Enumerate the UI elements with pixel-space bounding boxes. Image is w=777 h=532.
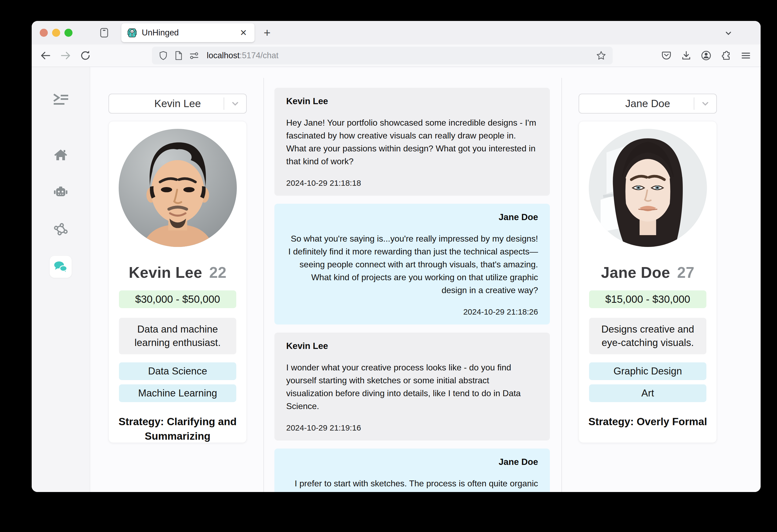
tab-bar: UnHinged ✕ + (32, 21, 761, 44)
message-timestamp: 2024-10-29 21:18:18 (286, 178, 538, 187)
app-sidebar (32, 67, 90, 492)
favicon-robot-icon (127, 28, 137, 37)
message-timestamp: 2024-10-29 21:18:26 (286, 307, 538, 316)
right-profile-photo (589, 129, 707, 247)
minimize-window-button[interactable] (52, 29, 60, 37)
back-button[interactable] (39, 48, 52, 62)
left-profile-card: Kevin Lee22 $30,000 - $50,000 Data and m… (108, 121, 247, 443)
pocket-icon[interactable] (661, 50, 672, 61)
left-profile-photo (119, 129, 237, 247)
right-profile-panel: Jane Doe (562, 67, 761, 492)
url-text[interactable]: localhost:5174/chat (207, 51, 596, 60)
profile-age: 22 (209, 264, 226, 281)
message-text: I prefer to start with sketches. The pro… (286, 477, 538, 492)
browser-tab[interactable]: UnHinged ✕ (121, 23, 254, 42)
message-text: So what you're saying is...you're really… (286, 232, 538, 297)
forward-button[interactable] (59, 48, 73, 62)
left-profile-panel: Kevin Lee (90, 67, 263, 492)
extensions-puzzle-icon[interactable] (720, 50, 732, 61)
url-bar[interactable]: localhost:5174/chat (152, 47, 613, 64)
profile-name: Jane Doe (601, 264, 670, 281)
download-icon[interactable] (681, 50, 692, 61)
right-profile-card: Jane Doe27 $15,000 - $30,000 Designs cre… (579, 121, 717, 443)
chat-message: Kevin Lee I wonder what your creative pr… (274, 332, 550, 440)
navigation-toolbar: localhost:5174/chat (32, 44, 761, 67)
shield-icon[interactable] (158, 51, 168, 60)
tab-close-icon[interactable]: ✕ (238, 28, 249, 38)
right-profile-selector[interactable]: Jane Doe (579, 94, 717, 114)
unhinged-app: Kevin Lee (32, 67, 761, 492)
robot-icon[interactable] (53, 186, 68, 198)
sidebar-item-chat-active[interactable] (50, 256, 72, 278)
message-sender: Jane Doe (286, 456, 538, 467)
menu-hamburger-icon[interactable] (740, 50, 752, 61)
profile-tag: Machine Learning (119, 384, 236, 402)
chat-message: Kevin Lee Hey Jane! Your portfolio showc… (274, 88, 550, 196)
salary-badge: $30,000 - $50,000 (119, 290, 236, 308)
chat-bubbles-icon (53, 260, 68, 273)
toolbar-action-icons (661, 50, 754, 61)
profile-age: 27 (677, 264, 694, 281)
nodes-icon[interactable] (54, 223, 68, 236)
right-profile-name-row: Jane Doe27 (579, 264, 716, 281)
left-profile-selector[interactable]: Kevin Lee (108, 94, 247, 114)
chevron-down-icon[interactable] (224, 98, 246, 110)
url-path: :5174/chat (239, 51, 279, 60)
bookmark-star-icon[interactable] (596, 50, 606, 61)
tab-title: UnHinged (142, 28, 238, 37)
chat-message: Jane Doe So what you're saying is...you'… (274, 204, 550, 324)
home-icon[interactable] (54, 148, 68, 161)
page-info-icon[interactable] (174, 51, 183, 60)
message-sender: Jane Doe (286, 212, 538, 223)
left-profile-name-row: Kevin Lee22 (109, 264, 246, 281)
chat-message: Jane Doe I prefer to start with sketches… (274, 448, 550, 492)
profile-bio: Designs creative and eye-catching visual… (589, 318, 706, 354)
close-window-button[interactable] (40, 29, 48, 37)
account-icon[interactable] (700, 50, 712, 61)
profile-name: Kevin Lee (129, 264, 202, 281)
profile-strategy: Strategy: Clarifying and Summarizing (115, 414, 240, 443)
message-text: Hey Jane! Your portfolio showcased some … (286, 116, 538, 168)
left-selector-value: Kevin Lee (109, 98, 224, 110)
browser-window: UnHinged ✕ + (32, 21, 761, 492)
right-selector-value: Jane Doe (579, 98, 694, 110)
profile-tag: Art (589, 384, 706, 402)
reload-button[interactable] (78, 48, 92, 62)
profile-tag: Graphic Design (589, 362, 706, 380)
desktop: { "browser": { "tab": {"title": "UnHinge… (0, 0, 777, 532)
maximize-window-button[interactable] (65, 29, 73, 37)
list-tabs-chevron-icon[interactable] (723, 28, 734, 39)
window-controls (40, 29, 73, 37)
permissions-icon[interactable] (189, 51, 199, 60)
chat-column[interactable]: Kevin Lee Hey Jane! Your portfolio showc… (264, 67, 561, 492)
message-sender: Kevin Lee (286, 96, 538, 107)
message-text: I wonder what your creative process look… (286, 361, 538, 413)
profile-tag: Data Science (119, 362, 236, 380)
chevron-down-icon[interactable] (694, 98, 716, 110)
message-timestamp: 2024-10-29 21:19:16 (286, 423, 538, 432)
message-sender: Kevin Lee (286, 341, 538, 351)
profile-bio: Data and machine learning enthusiast. (119, 318, 236, 354)
new-tab-button[interactable]: + (264, 26, 270, 39)
firefox-view-icon[interactable] (98, 27, 110, 39)
profile-strategy: Strategy: Overly Formal (585, 414, 710, 429)
terminal-icon[interactable] (53, 93, 69, 106)
salary-badge: $15,000 - $30,000 (589, 290, 706, 308)
